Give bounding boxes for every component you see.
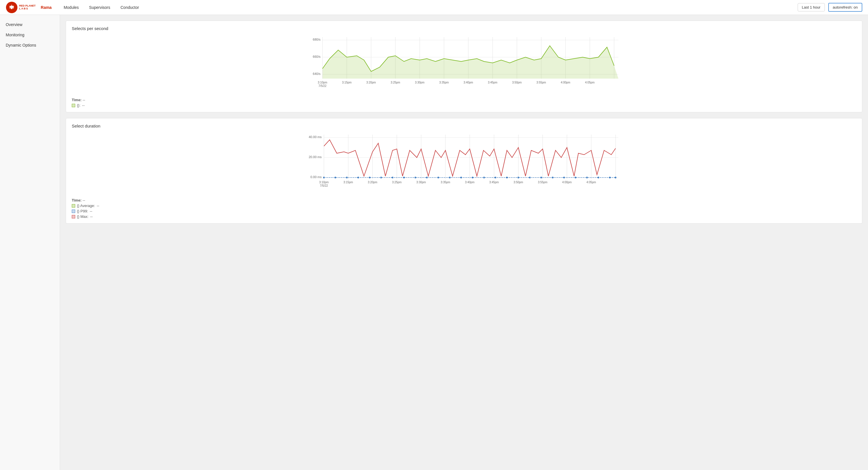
- svg-point-61: [403, 177, 405, 178]
- svg-marker-21: [322, 46, 618, 79]
- layout: Overview Monitoring Dynamic Options Sele…: [0, 15, 868, 470]
- svg-point-63: [426, 177, 428, 178]
- svg-text:4:00pm: 4:00pm: [561, 81, 570, 84]
- svg-text:3:50pm: 3:50pm: [514, 181, 523, 184]
- chart2-max-color: [72, 215, 75, 218]
- svg-text:3:40pm: 3:40pm: [463, 81, 473, 84]
- chart2-legend: Time: -- {} Average: -- {} P99: -- {} Ma…: [72, 198, 856, 219]
- svg-text:660/s: 660/s: [313, 55, 320, 58]
- chart2-container: 40.00 ms 20.00 ms 0.00 ms: [72, 132, 856, 195]
- chart2-p99-label: {} P99:: [77, 209, 88, 213]
- chart2-time-label: Time: --: [72, 198, 856, 202]
- chart2-p99-legend: {} P99: --: [72, 209, 856, 213]
- svg-point-72: [529, 177, 531, 178]
- svg-point-67: [472, 177, 473, 178]
- app-name: Rama: [41, 5, 52, 10]
- svg-point-75: [563, 177, 565, 178]
- svg-text:4:05pm: 4:05pm: [585, 81, 594, 84]
- brand-line2: LABS: [19, 7, 36, 10]
- svg-text:3:20pm: 3:20pm: [368, 181, 377, 184]
- svg-point-66: [460, 177, 462, 178]
- svg-text:3:25pm: 3:25pm: [391, 81, 400, 84]
- svg-text:7/5/22: 7/5/22: [318, 84, 327, 88]
- svg-point-58: [369, 177, 371, 178]
- svg-text:3:30pm: 3:30pm: [416, 181, 426, 184]
- svg-point-68: [483, 177, 485, 178]
- svg-point-76: [575, 177, 577, 178]
- chart1-series-color: [72, 104, 75, 107]
- svg-text:20.00 ms: 20.00 ms: [309, 155, 322, 159]
- svg-text:3:20pm: 3:20pm: [366, 81, 376, 84]
- sidebar-item-dynamic-options[interactable]: Dynamic Options: [0, 40, 60, 50]
- brand-text: RED PLANET LABS: [19, 5, 36, 10]
- chart1-time-label: Time: --: [72, 98, 856, 102]
- svg-point-69: [495, 177, 496, 178]
- svg-text:3:35pm: 3:35pm: [441, 181, 450, 184]
- header: 🕷 RED PLANET LABS Rama Modules Superviso…: [0, 0, 868, 15]
- nav-modules[interactable]: Modules: [59, 0, 84, 15]
- svg-point-78: [597, 177, 599, 178]
- svg-text:3:15pm: 3:15pm: [343, 181, 353, 184]
- chart1-series-legend: {}: --: [72, 103, 856, 107]
- chart2-avg-legend: {} Average: --: [72, 203, 856, 208]
- svg-point-71: [518, 177, 519, 178]
- sidebar-item-overview[interactable]: Overview: [0, 20, 60, 30]
- svg-point-54: [323, 177, 325, 178]
- autorefresh-button[interactable]: autorefresh: on: [828, 3, 862, 12]
- svg-text:3:45pm: 3:45pm: [488, 81, 497, 84]
- chart1-series-value: --: [82, 103, 85, 107]
- chart1-container: 680/s 660/s 640/s: [72, 34, 856, 94]
- chart2-avg-value: --: [97, 203, 99, 208]
- chart-panel-selects-per-second: Selects per second 680/s 660/s 640/s: [66, 21, 862, 112]
- chart2-p99-value: --: [90, 209, 92, 213]
- chart1-title: Selects per second: [72, 26, 856, 31]
- svg-point-64: [437, 177, 439, 178]
- svg-text:3:10pm: 3:10pm: [318, 81, 327, 84]
- svg-text:40.00 ms: 40.00 ms: [309, 135, 322, 139]
- chart1-legend: Time: -- {}: --: [72, 98, 856, 107]
- chart2-max-value: --: [90, 214, 93, 219]
- nav-conductor[interactable]: Conductor: [116, 0, 144, 15]
- time-range-button[interactable]: Last 1 hour: [798, 3, 825, 11]
- svg-text:3:30pm: 3:30pm: [415, 81, 424, 84]
- svg-text:640/s: 640/s: [313, 72, 320, 75]
- svg-text:3:55pm: 3:55pm: [538, 181, 547, 184]
- svg-text:3:35pm: 3:35pm: [439, 81, 448, 84]
- svg-text:3:25pm: 3:25pm: [392, 181, 401, 184]
- logo-area: 🕷 RED PLANET LABS: [6, 1, 36, 13]
- header-right: Last 1 hour autorefresh: on: [798, 3, 863, 12]
- svg-point-55: [335, 177, 336, 178]
- svg-point-62: [414, 177, 416, 178]
- svg-point-80: [615, 177, 616, 178]
- svg-point-70: [506, 177, 508, 178]
- chart-panel-select-duration: Select duration 40.00 ms 20.00 ms 0.00 m…: [66, 118, 862, 224]
- chart2-avg-label: {} Average:: [77, 203, 95, 208]
- svg-text:680/s: 680/s: [313, 38, 320, 41]
- chart1-series-label: {}:: [77, 103, 80, 107]
- svg-point-59: [380, 177, 382, 178]
- svg-text:3:55pm: 3:55pm: [536, 81, 546, 84]
- main-content: Selects per second 680/s 660/s 640/s: [60, 15, 868, 470]
- nav-items: Modules Supervisors Conductor: [59, 0, 798, 15]
- svg-text:4:00pm: 4:00pm: [562, 181, 571, 184]
- svg-point-77: [586, 177, 588, 178]
- sidebar-item-monitoring[interactable]: Monitoring: [0, 30, 60, 40]
- svg-text:7/5/22: 7/5/22: [320, 184, 328, 187]
- svg-point-56: [346, 177, 348, 178]
- svg-text:3:45pm: 3:45pm: [489, 181, 499, 184]
- chart2-max-label: {} Max:: [77, 214, 88, 219]
- svg-text:3:50pm: 3:50pm: [512, 81, 522, 84]
- sidebar: Overview Monitoring Dynamic Options: [0, 15, 60, 470]
- chart2-max-legend: {} Max: --: [72, 214, 856, 219]
- chart2-title: Select duration: [72, 124, 856, 128]
- nav-supervisors[interactable]: Supervisors: [84, 0, 116, 15]
- svg-text:🕷: 🕷: [9, 5, 14, 10]
- chart2-p99-color: [72, 210, 75, 213]
- chart1-svg: 680/s 660/s 640/s: [72, 34, 856, 94]
- svg-text:3:40pm: 3:40pm: [465, 181, 474, 184]
- svg-point-73: [540, 177, 542, 178]
- svg-text:0.00 ms: 0.00 ms: [310, 175, 322, 179]
- svg-point-60: [392, 177, 394, 178]
- svg-point-74: [552, 177, 554, 178]
- chart2-svg: 40.00 ms 20.00 ms 0.00 ms: [72, 132, 856, 195]
